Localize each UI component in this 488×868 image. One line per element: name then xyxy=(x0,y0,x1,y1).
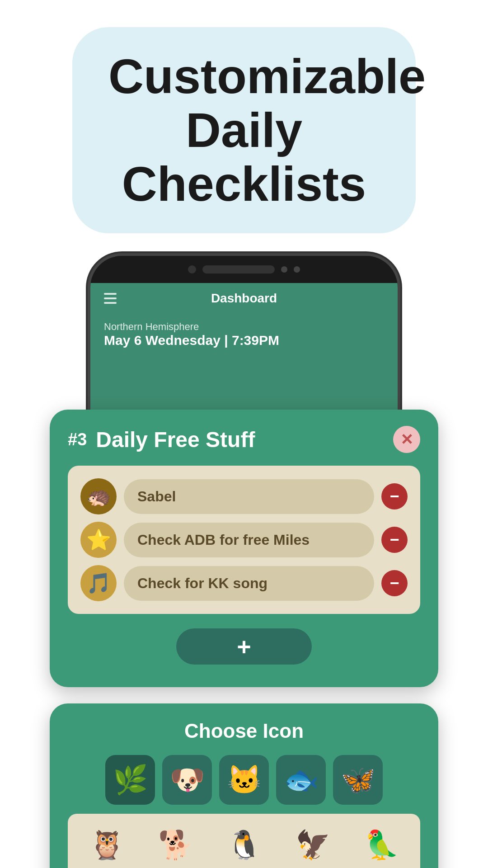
card-header: #3 Daily Free Stuff ✕ xyxy=(68,426,420,453)
quick-icon-fish[interactable]: 🐟 xyxy=(276,755,326,805)
hero-section: Customizable Daily Checklists xyxy=(0,0,488,247)
char-icon-penguin[interactable]: 🐧 xyxy=(214,825,274,865)
quick-icon-leaf[interactable]: 🌿 xyxy=(105,755,155,805)
phone-frame: Dashboard Northern Hemisphere May 6 Wedn… xyxy=(90,256,398,419)
char-icon-parrot[interactable]: 🦜 xyxy=(352,825,411,865)
checklist-item-1: 🦔 Sabel − xyxy=(80,478,408,514)
card-number: #3 xyxy=(68,430,87,449)
notch-bar xyxy=(202,265,275,274)
char-icon-owl[interactable]: 🦉 xyxy=(77,825,136,865)
phone-notch xyxy=(90,256,398,283)
checklist-container: 🦔 Sabel − ⭐ Check ADB for free Miles − 🎵… xyxy=(68,466,420,614)
date-info: Northern Hemisphere May 6 Wednesday | 7:… xyxy=(90,314,398,355)
app-header: Dashboard xyxy=(90,283,398,314)
hemisphere-label: Northern Hemisphere xyxy=(104,321,384,333)
phone-mockup: Dashboard Northern Hemisphere May 6 Wedn… xyxy=(90,256,398,419)
remove-button-3[interactable]: − xyxy=(381,570,408,596)
quick-icon-butterfly[interactable]: 🦋 xyxy=(333,755,383,805)
char-icon-dog2[interactable]: 🐕 xyxy=(145,825,205,865)
remove-button-2[interactable]: − xyxy=(381,527,408,553)
icon-picker-card: Choose Icon 🌿 🐶 🐱 🐟 🦋 🦉 🐕 🐧 🦅 🦜 🐻 🎩 🐦 🦁 … xyxy=(50,703,438,868)
checklist-item-2: ⭐ Check ADB for free Miles − xyxy=(80,522,408,558)
quick-icon-cat[interactable]: 🐱 xyxy=(219,755,269,805)
sabel-icon: 🦔 xyxy=(80,478,117,514)
quick-icon-row: 🌿 🐶 🐱 🐟 🦋 xyxy=(68,755,420,805)
speech-bubble: Customizable Daily Checklists xyxy=(72,27,416,233)
hero-title: Customizable Daily Checklists xyxy=(108,50,380,211)
quick-icon-isabelle[interactable]: 🐶 xyxy=(162,755,212,805)
close-button[interactable]: ✕ xyxy=(393,426,420,453)
item-label-2: Check ADB for free Miles xyxy=(124,523,374,557)
camera-dot xyxy=(188,265,196,274)
phone-screen: Dashboard Northern Hemisphere May 6 Wedn… xyxy=(90,283,398,419)
remove-button-1[interactable]: − xyxy=(381,483,408,509)
menu-icon[interactable] xyxy=(104,293,117,304)
screen-title: Dashboard xyxy=(126,291,362,306)
card-title: Daily Free Stuff xyxy=(87,427,393,452)
checklist-card: #3 Daily Free Stuff ✕ 🦔 Sabel − ⭐ Check … xyxy=(50,410,438,687)
checklist-item-3: 🎵 Check for KK song − xyxy=(80,565,408,601)
char-icon-eagle[interactable]: 🦅 xyxy=(283,825,343,865)
icon-picker-title: Choose Icon xyxy=(68,720,420,742)
kk-icon: 🎵 xyxy=(80,565,117,601)
speaker-dot xyxy=(281,266,287,273)
datetime-label: May 6 Wednesday | 7:39PM xyxy=(104,333,384,348)
add-button-row: + xyxy=(68,628,420,665)
cards-container: #3 Daily Free Stuff ✕ 🦔 Sabel − ⭐ Check … xyxy=(50,410,438,868)
item-label-1: Sabel xyxy=(124,479,374,514)
character-icon-grid: 🦉 🐕 🐧 🦅 🦜 🐻 🎩 🐦 🦁 🐺 xyxy=(68,814,420,868)
add-item-button[interactable]: + xyxy=(176,628,312,665)
front-camera xyxy=(294,266,300,273)
miles-icon: ⭐ xyxy=(80,522,117,558)
item-label-3: Check for KK song xyxy=(124,566,374,601)
